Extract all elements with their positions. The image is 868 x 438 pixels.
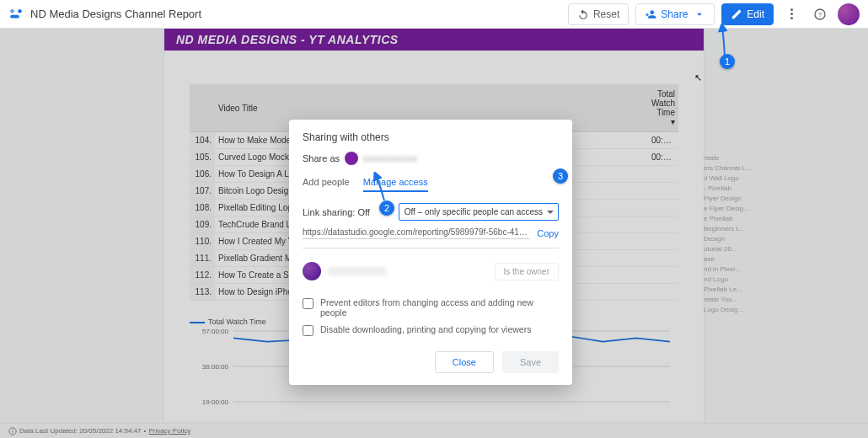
more-options-button[interactable] [780, 3, 802, 25]
svg-rect-1 [10, 14, 19, 18]
mouse-cursor-icon: ↖ [694, 72, 702, 83]
check-disable-download[interactable]: Disable downloading, printing and copyin… [303, 324, 559, 336]
owner-avatar [303, 262, 321, 280]
checkbox-disable-download[interactable] [303, 325, 313, 336]
copy-link-button[interactable]: Copy [537, 228, 559, 238]
app-header: ND Media Designs Channel Report Reset Sh… [0, 0, 868, 29]
annotation-3: 3 [553, 168, 568, 184]
checkbox-prevent-editors[interactable] [303, 298, 313, 309]
share-dialog: Sharing with others Share as xxxxxxxxxx … [289, 120, 572, 385]
edit-button[interactable]: Edit [721, 3, 774, 25]
help-button[interactable]: ? [809, 3, 831, 25]
undo-icon [577, 8, 589, 20]
annotation-arrow-2 [371, 172, 396, 204]
share-as-label: Share as [303, 153, 340, 163]
annotation-1: 1 [720, 54, 735, 69]
share-as-name: xxxxxxxxxx [363, 153, 418, 163]
svg-point-2 [18, 9, 22, 13]
help-icon: ? [813, 8, 827, 21]
dialog-title: Sharing with others [303, 131, 559, 143]
datastudio-logo-icon [8, 7, 24, 22]
user-avatar[interactable] [838, 3, 860, 25]
svg-point-0 [10, 9, 14, 13]
tab-add-people[interactable]: Add people [303, 177, 350, 192]
link-sharing-label: Link sharing: Off [303, 207, 370, 217]
owner-name [328, 267, 387, 275]
share-url[interactable]: https://datastudio.google.com/reporting/… [303, 227, 530, 239]
chevron-down-icon [694, 8, 705, 20]
pencil-icon [731, 8, 742, 20]
share-button[interactable]: Share [635, 3, 715, 25]
more-vert-icon [790, 8, 793, 19]
person-add-icon [645, 8, 656, 20]
annotation-2: 2 [379, 200, 394, 216]
link-sharing-select[interactable]: Off – only specific people can access [399, 203, 559, 221]
close-button[interactable]: Close [435, 351, 494, 373]
owner-role: Is the owner [495, 263, 559, 280]
page-title: ND Media Designs Channel Report [30, 8, 568, 20]
svg-text:?: ? [818, 10, 822, 18]
save-button: Save [502, 351, 559, 373]
reset-button[interactable]: Reset [568, 3, 629, 25]
check-prevent-editors[interactable]: Prevent editors from changing access and… [303, 297, 559, 318]
share-as-avatar [345, 152, 358, 165]
